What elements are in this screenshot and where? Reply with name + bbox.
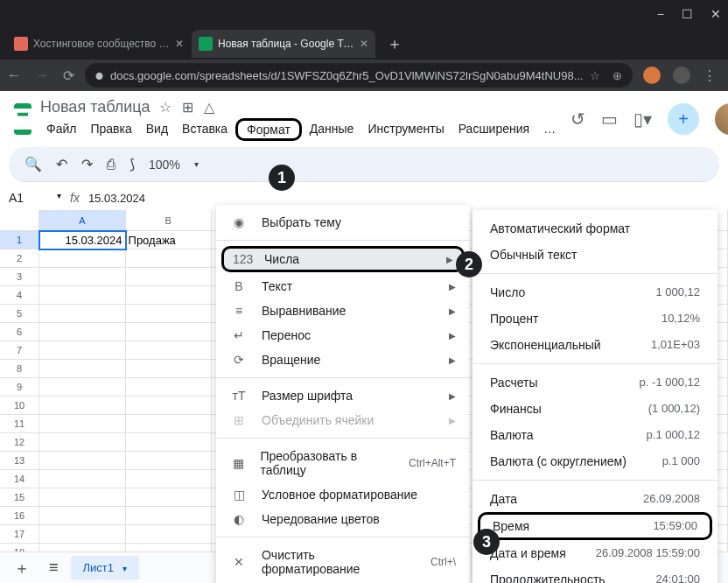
- row-header[interactable]: 14: [0, 470, 39, 488]
- new-tab-button[interactable]: ＋: [376, 33, 413, 54]
- menu-формат[interactable]: Формат: [235, 118, 302, 141]
- format-option[interactable]: Финансы(1 000,12): [472, 396, 718, 422]
- extension-icon[interactable]: [643, 67, 661, 84]
- user-avatar[interactable]: [715, 103, 728, 135]
- format-option[interactable]: Валюта (с округлением)р.1 000: [472, 448, 718, 474]
- format-option[interactable]: Процент10,12%: [472, 306, 718, 332]
- zoom-level[interactable]: 100%: [144, 158, 186, 172]
- row-header[interactable]: 4: [0, 286, 39, 305]
- close-tab-icon[interactable]: ✕: [360, 38, 368, 50]
- menu-…[interactable]: …: [537, 118, 562, 141]
- redo-button[interactable]: ↷: [76, 152, 98, 176]
- meet-icon[interactable]: ▯▾: [634, 109, 652, 130]
- cell-B7[interactable]: [126, 341, 212, 360]
- column-header[interactable]: A: [39, 210, 125, 230]
- formula-bar[interactable]: 15.03.2024: [88, 192, 145, 205]
- cell-A1[interactable]: 15.03.2024: [39, 231, 125, 249]
- cell-B5[interactable]: [126, 305, 212, 323]
- cell-B12[interactable]: [126, 433, 212, 452]
- menu-вставка[interactable]: Вставка: [176, 118, 234, 141]
- browser-tab-active[interactable]: Новая таблица - Google Табли ✕: [192, 30, 375, 58]
- menu-item[interactable]: ◫Условное форматирование: [216, 482, 470, 507]
- row-header[interactable]: 3: [0, 268, 39, 286]
- format-option[interactable]: Валютар.1 000,12: [472, 422, 718, 448]
- row-header[interactable]: 17: [0, 525, 39, 544]
- cell-B6[interactable]: [126, 323, 212, 341]
- add-sheet-button[interactable]: ＋: [7, 554, 37, 582]
- menu-item[interactable]: ≡Выравнивание▶: [216, 299, 470, 323]
- cell-A13[interactable]: [39, 452, 125, 470]
- menu-данные[interactable]: Данные: [304, 118, 360, 141]
- back-button[interactable]: ←: [7, 67, 21, 84]
- menu-расширения[interactable]: Расширения: [452, 118, 536, 141]
- cell-A12[interactable]: [39, 433, 125, 452]
- share-button[interactable]: +: [668, 103, 699, 135]
- row-header[interactable]: 2: [0, 249, 39, 268]
- cell-A17[interactable]: [39, 525, 125, 544]
- maximize-button[interactable]: ☐: [682, 7, 693, 21]
- comments-icon[interactable]: ▭: [601, 109, 618, 130]
- extension-icon[interactable]: [673, 67, 690, 84]
- select-all-corner[interactable]: [0, 210, 39, 230]
- menu-правка[interactable]: Правка: [84, 118, 137, 141]
- reload-button[interactable]: ⟳: [63, 67, 74, 84]
- cell-B8[interactable]: [126, 360, 212, 378]
- cell-B3[interactable]: [126, 268, 212, 286]
- forward-button[interactable]: →: [35, 67, 49, 84]
- row-header[interactable]: 9: [0, 378, 39, 397]
- row-header[interactable]: 1: [0, 231, 39, 249]
- close-button[interactable]: ✕: [710, 7, 721, 21]
- row-header[interactable]: 6: [0, 323, 39, 341]
- move-icon[interactable]: ⊞: [182, 99, 193, 116]
- row-header[interactable]: 8: [0, 360, 39, 378]
- zoom-dropdown-icon[interactable]: ▾: [189, 156, 204, 172]
- minimize-button[interactable]: −: [657, 7, 664, 21]
- star-icon[interactable]: ☆: [590, 69, 600, 82]
- cell-A8[interactable]: [39, 360, 125, 378]
- menu-item[interactable]: 123Числа▶: [221, 246, 465, 272]
- menu-item[interactable]: ⟳Вращение▶: [216, 348, 470, 372]
- cell-B10[interactable]: [126, 397, 212, 415]
- print-button[interactable]: ⎙: [102, 153, 121, 176]
- cell-B16[interactable]: [126, 507, 212, 525]
- row-header[interactable]: 10: [0, 397, 39, 415]
- cell-B4[interactable]: [126, 286, 212, 305]
- format-option[interactable]: Продолжительность24:01:00: [472, 566, 718, 583]
- history-icon[interactable]: ↺: [570, 109, 585, 130]
- row-header[interactable]: 16: [0, 507, 39, 525]
- row-header[interactable]: 5: [0, 305, 39, 323]
- cell-A10[interactable]: [39, 397, 125, 415]
- all-sheets-button[interactable]: ≡: [42, 555, 66, 580]
- cell-A11[interactable]: [39, 415, 125, 433]
- cell-B15[interactable]: [126, 488, 212, 507]
- column-header[interactable]: B: [126, 210, 212, 230]
- format-option[interactable]: Автоматический формат: [472, 215, 718, 242]
- cell-A7[interactable]: [39, 341, 125, 360]
- install-icon[interactable]: ⊕: [612, 69, 622, 82]
- search-icon[interactable]: 🔍: [19, 152, 47, 176]
- cell-A4[interactable]: [39, 286, 125, 305]
- document-title[interactable]: Новая таблица: [40, 98, 150, 116]
- menu-item[interactable]: тТРазмер шрифта▶: [216, 383, 470, 408]
- cell-B17[interactable]: [126, 525, 212, 544]
- cell-B1[interactable]: Продажа товара А: [126, 231, 212, 249]
- cell-A14[interactable]: [39, 470, 125, 488]
- sheets-logo-icon[interactable]: [14, 103, 32, 135]
- cell-A2[interactable]: [39, 249, 125, 268]
- cell-B2[interactable]: [126, 249, 212, 268]
- menu-вид[interactable]: Вид: [140, 118, 174, 141]
- menu-item[interactable]: ◉Выбрать тему: [216, 210, 470, 235]
- menu-item[interactable]: ✕Очистить форматированиеCtrl+\: [216, 543, 470, 581]
- cell-B14[interactable]: [126, 470, 212, 488]
- address-bar[interactable]: ⬤ docs.google.com/spreadsheets/d/1SWFSZ0…: [85, 63, 633, 88]
- cell-A5[interactable]: [39, 305, 125, 323]
- cell-B11[interactable]: [126, 415, 212, 433]
- undo-button[interactable]: ↶: [51, 152, 73, 176]
- name-box[interactable]: A1: [9, 191, 61, 205]
- format-option[interactable]: Расчетыр. -1 000,12: [472, 369, 718, 396]
- sheet-tab[interactable]: Лист1 ▾: [71, 556, 139, 579]
- paint-format-button[interactable]: ⟆: [124, 152, 140, 176]
- format-option[interactable]: Дата26.09.2008: [472, 486, 718, 512]
- cell-A16[interactable]: [39, 507, 125, 525]
- row-header[interactable]: 12: [0, 433, 39, 452]
